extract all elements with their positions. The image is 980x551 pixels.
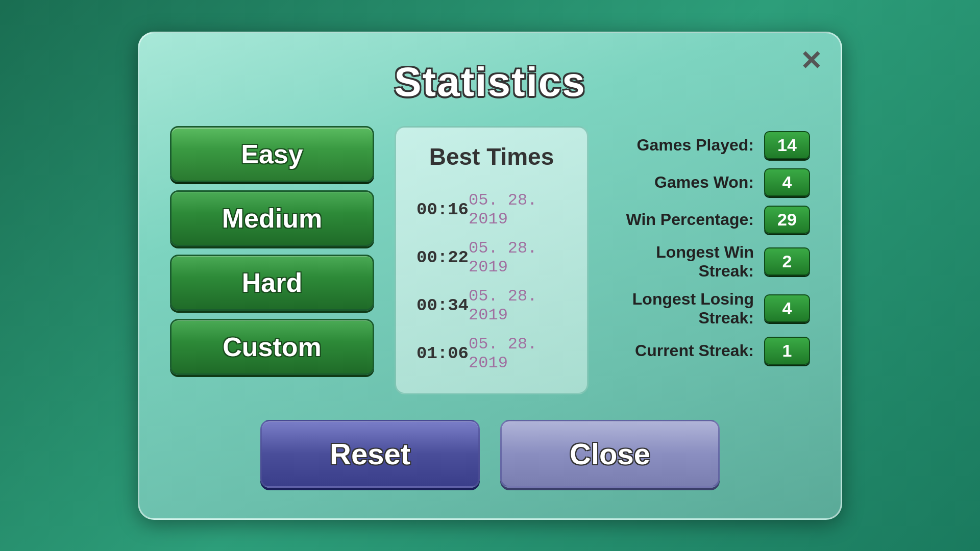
stat-games-played: Games Played: 14 <box>609 131 810 159</box>
difficulty-column: Easy Medium Hard Custom <box>170 126 374 375</box>
time-entry-2: 00:22 05. 28. 2019 <box>411 234 572 282</box>
stat-games-won-label: Games Won: <box>654 173 754 192</box>
stat-win-percentage-value: 29 <box>764 206 810 234</box>
difficulty-hard-button[interactable]: Hard <box>170 255 374 311</box>
action-buttons-row: Reset Close <box>170 420 810 488</box>
time-value-1: 00:16 <box>416 200 469 219</box>
close-icon-button[interactable]: ✕ <box>800 47 822 74</box>
stat-longest-win-streak: Longest Win Streak: 2 <box>609 243 810 281</box>
time-date-2: 05. 28. 2019 <box>469 239 567 277</box>
stat-win-percentage-label: Win Percentage: <box>626 210 754 229</box>
time-value-4: 01:06 <box>416 344 469 363</box>
stat-longest-win-streak-label: Longest Win Streak: <box>609 243 754 281</box>
stat-games-played-value: 14 <box>764 131 810 159</box>
stat-longest-losing-streak-value: 4 <box>764 294 810 322</box>
time-entry-4: 01:06 05. 28. 2019 <box>411 330 572 378</box>
time-value-3: 00:34 <box>416 296 469 315</box>
time-value-2: 00:22 <box>416 248 469 267</box>
difficulty-medium-button[interactable]: Medium <box>170 190 374 246</box>
stat-longest-win-streak-value: 2 <box>764 247 810 276</box>
stat-games-won-value: 4 <box>764 168 810 196</box>
time-date-3: 05. 28. 2019 <box>469 287 567 324</box>
time-date-4: 05. 28. 2019 <box>469 335 567 372</box>
reset-button[interactable]: Reset <box>260 420 480 488</box>
stat-longest-losing-streak: Longest Losing Streak: 4 <box>609 290 810 328</box>
time-date-1: 05. 28. 2019 <box>469 191 567 229</box>
best-times-column: Best Times 00:16 05. 28. 2019 00:22 05. … <box>395 126 589 394</box>
time-entry-3: 00:34 05. 28. 2019 <box>411 282 572 330</box>
stat-win-percentage: Win Percentage: 29 <box>609 206 810 234</box>
difficulty-easy-button[interactable]: Easy <box>170 126 374 182</box>
time-entry-1: 00:16 05. 28. 2019 <box>411 186 572 234</box>
stat-longest-losing-streak-label: Longest Losing Streak: <box>609 290 754 328</box>
close-button[interactable]: Close <box>500 420 720 488</box>
stat-current-streak: Current Streak: 1 <box>609 337 810 365</box>
difficulty-custom-button[interactable]: Custom <box>170 319 374 375</box>
stat-games-played-label: Games Played: <box>637 136 754 155</box>
statistics-dialog: ✕ Statistics Easy Medium Hard Custom Bes… <box>138 32 842 520</box>
best-times-title: Best Times <box>411 143 572 170</box>
content-area: Easy Medium Hard Custom Best Times 00:16… <box>170 126 810 394</box>
stat-current-streak-value: 1 <box>764 337 810 365</box>
stat-current-streak-label: Current Streak: <box>635 341 754 360</box>
stats-column: Games Played: 14 Games Won: 4 Win Percen… <box>609 126 810 365</box>
best-times-box: Best Times 00:16 05. 28. 2019 00:22 05. … <box>395 126 589 394</box>
stat-games-won: Games Won: 4 <box>609 168 810 196</box>
dialog-title: Statistics <box>170 59 810 106</box>
